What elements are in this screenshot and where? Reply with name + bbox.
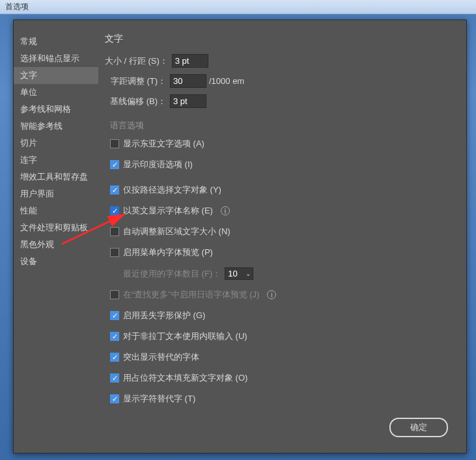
- sidebar-item-6[interactable]: 切片: [14, 135, 98, 152]
- sidebar-item-10[interactable]: 性能: [14, 202, 98, 219]
- sidebar-item-5[interactable]: 智能参考线: [14, 118, 98, 135]
- sidebar-item-13[interactable]: 设备: [14, 253, 98, 270]
- field-baseline: 基线偏移 (B)：: [105, 94, 455, 108]
- checkbox-label: 以英文显示字体名称 (E): [123, 205, 213, 217]
- checkbox-label: 显示东亚文字选项 (A): [123, 138, 204, 150]
- checkbox-path-only[interactable]: 仅按路径选择文字对象 (Y): [110, 184, 455, 196]
- checkbox-label: 启用丢失字形保护 (G): [123, 310, 205, 321]
- checkbox-east-asian[interactable]: 显示东亚文字选项 (A): [110, 138, 455, 150]
- checkbox-english-fonts[interactable]: 以英文显示字体名称 (E) i: [110, 205, 455, 217]
- checkbox-icon: [110, 185, 119, 195]
- size-leading-input[interactable]: [172, 54, 208, 68]
- checkbox-label: 仅按路径选择文字对象 (Y): [123, 184, 221, 196]
- sidebar-item-11[interactable]: 文件处理和剪贴板: [14, 219, 98, 236]
- sidebar-item-3[interactable]: 单位: [14, 84, 98, 101]
- checkbox-show-alt-glyph[interactable]: 显示字符替代字 (T): [110, 393, 455, 405]
- checkbox-label: 启用菜单内字体预览 (P): [123, 247, 213, 258]
- checkbox-label: 显示印度语选项 (I): [123, 159, 193, 170]
- checkbox-label: 对于非拉丁文本使用内联输入 (U): [123, 331, 247, 342]
- checkbox-icon: [110, 332, 119, 341]
- checkbox-placeholder-text[interactable]: 用占位符文本填充新文字对象 (O): [110, 372, 455, 384]
- baseline-label: 基线偏移 (B)：: [105, 96, 170, 107]
- recent-fonts-label: 最近使用的字体数目 (F)：: [123, 268, 221, 280]
- checkbox-icon: [110, 394, 119, 403]
- size-leading-label: 大小 / 行距 (S)：: [105, 55, 172, 67]
- select-value: 10: [228, 269, 237, 278]
- checkbox-auto-size-area[interactable]: 自动调整新区域文字大小 (N): [110, 226, 455, 237]
- checkbox-label: 突出显示替代的字体: [123, 351, 199, 363]
- lang-section-label: 语言选项: [110, 120, 455, 131]
- checkbox-icon: [110, 227, 119, 236]
- window-title: 首选项: [5, 2, 29, 11]
- checkbox-label: 用占位符文本填充新文字对象 (O): [123, 372, 247, 384]
- checkbox-icon: [110, 206, 119, 215]
- sidebar: 常规选择和锚点显示文字单位参考线和网格智能参考线切片连字增效工具和暂存盘用户界面…: [14, 20, 98, 453]
- checkbox-font-preview-menu[interactable]: 启用菜单内字体预览 (P): [110, 247, 455, 258]
- content-panel: 文字 大小 / 行距 (S)： 字距调整 (T)： /1000 em 基线偏移 …: [98, 20, 466, 453]
- window-titlebar: 首选项: [0, 0, 476, 14]
- sidebar-item-8[interactable]: 增效工具和暂存盘: [14, 169, 98, 185]
- recent-fonts-select[interactable]: 10 ⌄: [225, 267, 253, 280]
- tracking-label: 字距调整 (T)：: [105, 75, 170, 87]
- recent-fonts-row: 最近使用的字体数目 (F)： 10 ⌄: [123, 267, 455, 280]
- sidebar-item-0[interactable]: 常规: [14, 33, 98, 50]
- checkbox-label: 显示字符替代字 (T): [123, 393, 195, 405]
- sidebar-item-2[interactable]: 文字: [14, 67, 98, 84]
- info-icon[interactable]: i: [221, 206, 230, 215]
- checkbox-inline-input[interactable]: 对于非拉丁文本使用内联输入 (U): [110, 331, 455, 342]
- checkbox-label: 在“查找更多”中启用日语字体预览 (J): [123, 289, 259, 301]
- ok-button[interactable]: 确定: [389, 418, 448, 437]
- checkbox-icon: [110, 160, 119, 169]
- checkbox-indic[interactable]: 显示印度语选项 (I): [110, 159, 455, 170]
- info-icon[interactable]: i: [267, 290, 276, 299]
- sidebar-item-9[interactable]: 用户界面: [14, 185, 98, 202]
- checkbox-highlight-alt[interactable]: 突出显示替代的字体: [110, 351, 455, 363]
- baseline-input[interactable]: [170, 94, 206, 108]
- checkbox-label: 自动调整新区域文字大小 (N): [123, 226, 231, 237]
- checkbox-jp-preview[interactable]: 在“查找更多”中启用日语字体预览 (J) i: [110, 289, 455, 301]
- checkbox-icon: [110, 353, 119, 362]
- checkbox-missing-glyph[interactable]: 启用丢失字形保护 (G): [110, 310, 455, 321]
- field-size-leading: 大小 / 行距 (S)：: [105, 54, 455, 68]
- checkbox-icon: [110, 373, 119, 383]
- sidebar-item-1[interactable]: 选择和锚点显示: [14, 50, 98, 67]
- preferences-dialog: 常规选择和锚点显示文字单位参考线和网格智能参考线切片连字增效工具和暂存盘用户界面…: [13, 20, 467, 453]
- checkbox-icon: [110, 311, 119, 320]
- sidebar-item-4[interactable]: 参考线和网格: [14, 101, 98, 118]
- checkbox-icon: [110, 248, 119, 257]
- button-row: 确定: [105, 411, 455, 446]
- sidebar-item-12[interactable]: 黑色外观: [14, 236, 98, 253]
- tracking-input[interactable]: [170, 74, 206, 88]
- panel-title: 文字: [105, 33, 455, 45]
- tracking-unit: /1000 em: [209, 76, 244, 86]
- sidebar-item-7[interactable]: 连字: [14, 152, 98, 169]
- checkbox-icon: [110, 290, 119, 299]
- checkbox-icon: [110, 139, 119, 148]
- chevron-down-icon: ⌄: [245, 270, 251, 277]
- field-tracking: 字距调整 (T)： /1000 em: [105, 74, 455, 88]
